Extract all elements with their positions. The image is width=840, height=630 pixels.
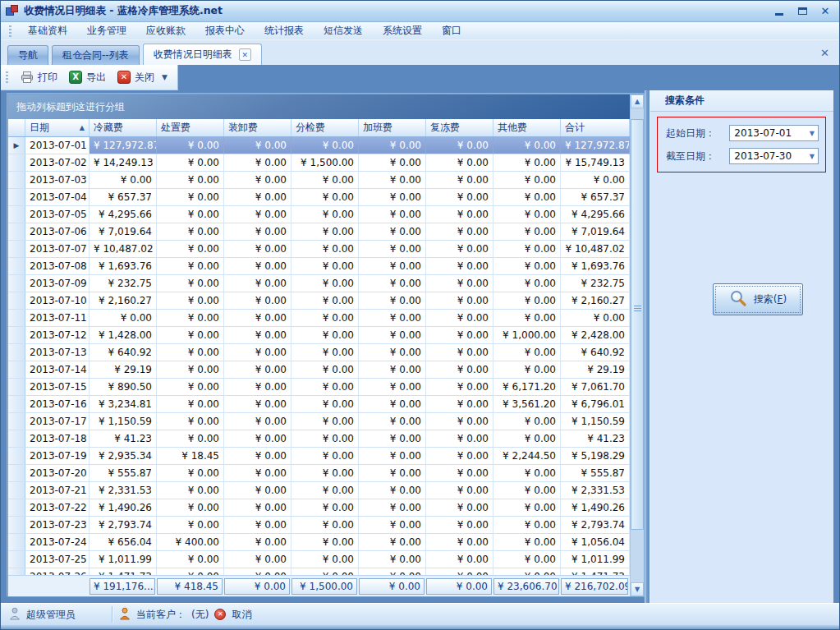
- cell-amount: ¥ 232.75: [90, 275, 157, 292]
- table-row[interactable]: 2013-07-08¥ 1,693.76¥ 0.00¥ 0.00¥ 0.00¥ …: [8, 258, 630, 275]
- table-row[interactable]: 2013-07-23¥ 2,793.74¥ 0.00¥ 0.00¥ 0.00¥ …: [8, 517, 630, 534]
- menu-item-system-settings[interactable]: 系统设置: [373, 22, 432, 39]
- chevron-down-icon[interactable]: ▼: [810, 153, 815, 160]
- table-row[interactable]: 2013-07-10¥ 2,160.27¥ 0.00¥ 0.00¥ 0.00¥ …: [8, 292, 630, 310]
- cell-amount: ¥ 0.00: [493, 517, 561, 534]
- menu-item-report-center[interactable]: 报表中心: [195, 22, 255, 39]
- table-row[interactable]: 2013-07-25¥ 1,011.99¥ 0.00¥ 0.00¥ 0.00¥ …: [8, 551, 630, 568]
- table-row[interactable]: 2013-07-11¥ 0.00¥ 0.00¥ 0.00¥ 0.00¥ 0.00…: [8, 310, 630, 327]
- end-date-combobox[interactable]: 2013-07-30 ▼: [729, 148, 819, 164]
- cell-date: 2013-07-17: [25, 413, 90, 430]
- table-row[interactable]: ▶2013-07-01¥ 127,972.87¥ 0.00¥ 0.00¥ 0.0…: [8, 137, 630, 154]
- close-button[interactable]: ✕: [819, 6, 831, 17]
- menu-item-sms-send[interactable]: 短信发送: [314, 22, 373, 39]
- scrollbar-thumb[interactable]: [631, 119, 644, 530]
- footer-total: ¥ 1,500.00: [291, 578, 357, 595]
- tabstrip-close-icon[interactable]: ✕: [820, 47, 829, 59]
- cancel-client-link[interactable]: 取消: [232, 608, 251, 622]
- menu-item-business-mgmt[interactable]: 业务管理: [77, 22, 136, 39]
- table-row[interactable]: 2013-07-13¥ 640.92¥ 0.00¥ 0.00¥ 0.00¥ 0.…: [8, 344, 630, 361]
- cell-amount: ¥ 0.00: [157, 430, 224, 448]
- table-row[interactable]: 2013-07-22¥ 1,490.26¥ 0.00¥ 0.00¥ 0.00¥ …: [8, 499, 630, 517]
- app-icon: [6, 5, 19, 17]
- table-row[interactable]: 2013-07-15¥ 890.50¥ 0.00¥ 0.00¥ 0.00¥ 0.…: [8, 379, 630, 396]
- search-panel: 搜索条件 起始日期： 2013-07-01 ▼ 截至日期： 2013-07-30…: [650, 90, 833, 603]
- print-button[interactable]: 打印: [15, 68, 63, 87]
- menu-item-receivables[interactable]: 应收账款: [136, 22, 195, 39]
- cell-amount: ¥ 0.00: [291, 499, 359, 517]
- minimize-button[interactable]: [773, 6, 785, 17]
- cell-amount: ¥ 0.00: [561, 172, 630, 189]
- tab-warehouse-contract-list[interactable]: 租仓合同--列表: [52, 45, 140, 65]
- table-row[interactable]: 2013-07-20¥ 555.87¥ 0.00¥ 0.00¥ 0.00¥ 0.…: [8, 465, 630, 482]
- column-header-refreeze-fee[interactable]: 复冻费: [426, 119, 493, 136]
- column-header-overtime-fee[interactable]: 加班费: [359, 119, 426, 136]
- chevron-down-icon[interactable]: ▼: [810, 130, 815, 137]
- minimize-icon: [775, 13, 783, 16]
- group-by-panel[interactable]: 拖动列标题到这进行分组: [8, 94, 630, 119]
- menu-item-basic-data[interactable]: 基础资料: [18, 22, 77, 39]
- table-row[interactable]: 2013-07-02¥ 14,249.13¥ 0.00¥ 0.00¥ 1,500…: [8, 154, 630, 172]
- cell-amount: ¥ 657.37: [561, 189, 630, 206]
- tab-close-button[interactable]: ✕: [239, 48, 251, 61]
- start-date-combobox[interactable]: 2013-07-01 ▼: [729, 125, 819, 141]
- cell-amount: ¥ 0.00: [157, 241, 224, 258]
- column-header-total[interactable]: 合计: [561, 119, 630, 136]
- table-row[interactable]: 2013-07-12¥ 1,428.00¥ 0.00¥ 0.00¥ 0.00¥ …: [8, 327, 630, 344]
- table-row[interactable]: 2013-07-06¥ 7,019.64¥ 0.00¥ 0.00¥ 0.00¥ …: [8, 223, 630, 241]
- table-row[interactable]: 2013-07-07¥ 10,487.02¥ 0.00¥ 0.00¥ 0.00¥…: [8, 241, 630, 258]
- cancel-icon[interactable]: ✕: [214, 609, 226, 620]
- column-header-disposal-fee[interactable]: 处置费: [157, 119, 224, 136]
- menu-item-window[interactable]: 窗口: [432, 22, 471, 39]
- column-header-sorting-fee[interactable]: 分检费: [291, 119, 359, 136]
- table-row[interactable]: 2013-07-24¥ 656.04¥ 400.00¥ 0.00¥ 0.00¥ …: [8, 534, 630, 551]
- cell-amount: ¥ 0.00: [291, 568, 359, 575]
- tab-fee-daily-report[interactable]: 收费情况日明细表 ✕: [143, 44, 262, 65]
- table-row[interactable]: 2013-07-21¥ 2,331.53¥ 0.00¥ 0.00¥ 0.00¥ …: [8, 482, 630, 499]
- toolbar-grip-handle[interactable]: [6, 71, 8, 83]
- cell-amount: ¥ 0.00: [224, 568, 291, 575]
- cell-amount: ¥ 0.00: [291, 361, 359, 379]
- column-header-cold-storage-fee[interactable]: 冷藏费: [90, 119, 157, 136]
- table-row[interactable]: 2013-07-26¥ 1,471.73¥ 0.00¥ 0.00¥ 0.00¥ …: [8, 568, 630, 575]
- row-indicator: [8, 361, 25, 379]
- cell-amount: ¥ 0.00: [224, 534, 291, 551]
- grid-footer-boxes: ¥ 191,176....¥ 418.45¥ 0.00¥ 1,500.00¥ 0…: [90, 578, 630, 595]
- table-row[interactable]: 2013-07-16¥ 3,234.81¥ 0.00¥ 0.00¥ 0.00¥ …: [8, 396, 630, 413]
- toolbar: 打印 X 导出 ✕ 关闭 ▼: [1, 65, 178, 90]
- cell-amount: ¥ 0.00: [359, 275, 426, 292]
- menu-grip-handle[interactable]: [9, 25, 11, 37]
- cell-amount: ¥ 0.00: [493, 292, 561, 310]
- cell-amount: ¥ 0.00: [90, 310, 157, 327]
- maximize-button[interactable]: [796, 6, 808, 17]
- column-header-loading-fee[interactable]: 装卸费: [224, 119, 291, 136]
- cell-amount: ¥ 0.00: [359, 189, 426, 206]
- vertical-scrollbar[interactable]: ▲ ▼: [630, 94, 644, 596]
- table-row[interactable]: 2013-07-19¥ 2,935.34¥ 18.45¥ 0.00¥ 0.00¥…: [8, 448, 630, 465]
- cell-amount: ¥ 0.00: [157, 344, 224, 361]
- cell-amount: ¥ 1,428.00: [90, 327, 157, 344]
- column-header-date[interactable]: 日期 ▲: [25, 119, 90, 136]
- export-button[interactable]: X 导出: [63, 68, 112, 87]
- table-row[interactable]: 2013-07-14¥ 29.19¥ 0.00¥ 0.00¥ 0.00¥ 0.0…: [8, 361, 630, 379]
- table-row[interactable]: 2013-07-03¥ 0.00¥ 0.00¥ 0.00¥ 0.00¥ 0.00…: [8, 172, 630, 189]
- cell-amount: ¥ 1,000.00: [493, 327, 561, 344]
- menu-item-statistics-report[interactable]: 统计报表: [255, 22, 314, 39]
- cell-amount: ¥ 1,011.99: [90, 551, 157, 568]
- cell-amount: ¥ 1,693.76: [90, 258, 157, 275]
- tab-navigation[interactable]: 导航: [7, 45, 48, 65]
- search-button[interactable]: 搜索(F): [713, 283, 803, 315]
- table-row[interactable]: 2013-07-04¥ 657.37¥ 0.00¥ 0.00¥ 0.00¥ 0.…: [8, 189, 630, 206]
- scroll-down-icon[interactable]: ▼: [631, 582, 644, 596]
- table-row[interactable]: 2013-07-05¥ 4,295.66¥ 0.00¥ 0.00¥ 0.00¥ …: [8, 206, 630, 223]
- table-row[interactable]: 2013-07-09¥ 232.75¥ 0.00¥ 0.00¥ 0.00¥ 0.…: [8, 275, 630, 292]
- cell-date: 2013-07-06: [25, 223, 90, 241]
- column-header-other-fee[interactable]: 其他费: [493, 119, 561, 136]
- table-row[interactable]: 2013-07-18¥ 41.23¥ 0.00¥ 0.00¥ 0.00¥ 0.0…: [8, 430, 630, 448]
- cell-amount: ¥ 0.00: [493, 275, 561, 292]
- scroll-up-icon[interactable]: ▲: [631, 94, 644, 108]
- close-tab-button[interactable]: ✕ 关闭: [112, 68, 160, 87]
- table-row[interactable]: 2013-07-17¥ 1,150.59¥ 0.00¥ 0.00¥ 0.00¥ …: [8, 413, 630, 430]
- toolbar-overflow-caret-icon[interactable]: ▼: [162, 73, 168, 81]
- cell-amount: ¥ 0.00: [291, 551, 359, 568]
